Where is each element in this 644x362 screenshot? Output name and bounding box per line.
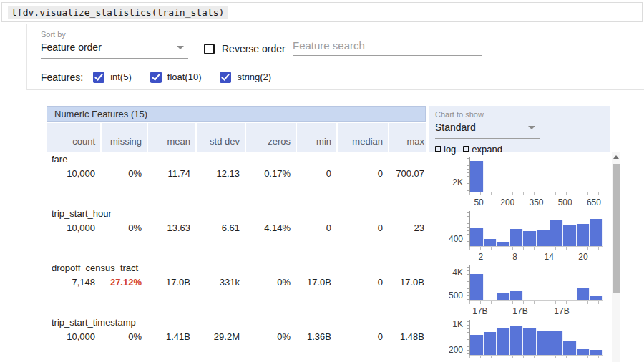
feature-filter-label: int(5) <box>110 72 132 82</box>
feature-filter-label: string(2) <box>237 72 271 82</box>
x-axis-label: 500 <box>558 197 572 207</box>
y-axis: 1K200 <box>429 320 469 356</box>
feature-name: dropoff_census_tract <box>47 260 426 273</box>
plot-area: 50200350500650 <box>469 157 603 206</box>
histogram-bar[interactable] <box>510 291 524 300</box>
histogram-bar[interactable] <box>563 225 577 246</box>
x-axis-labels: 17B17B17B <box>469 306 603 316</box>
histogram-bar[interactable] <box>470 335 484 355</box>
stat-value: 0 <box>336 222 388 233</box>
feature-stats: 10,0000%11.7412.130.17%00700.07 <box>47 168 426 179</box>
histogram-bar[interactable] <box>470 161 484 192</box>
stat-value: 10,000 <box>47 331 100 342</box>
table-rows: fare10,0000%11.7412.130.17%00700.07trip_… <box>47 152 426 362</box>
table-row: fare10,0000%11.7412.130.17%00700.07 <box>47 152 426 206</box>
feature-stats: 10,0000%1.41B29.2M0%1.36B01.48B <box>47 331 426 342</box>
stat-value: 0 <box>296 168 336 179</box>
numeric-features-table: Numeric Features (15) countmissingmeanst… <box>47 106 426 362</box>
histogram-plot <box>469 157 603 192</box>
code-cell[interactable]: tfdv.visualize_statistics(train_stats) <box>1 2 643 22</box>
feature-filter-float[interactable]: float(10) <box>150 72 202 83</box>
x-axis-label: 350 <box>529 197 543 207</box>
chart-to-show-select[interactable]: Chart to show Standard <box>435 110 540 139</box>
scrollbar-thumb[interactable] <box>613 164 620 293</box>
histogram-bar[interactable] <box>497 293 510 300</box>
reverse-order-toggle[interactable]: Reverse order <box>204 43 286 54</box>
feature-name: trip_start_timestamp <box>47 315 426 328</box>
histogram-bar[interactable] <box>550 331 564 355</box>
checkbox-checked-icon[interactable] <box>93 72 104 83</box>
histogram-bar[interactable] <box>537 230 550 246</box>
sort-by-select[interactable]: Sort by Feature order <box>41 30 188 59</box>
stat-value: 10,000 <box>47 222 100 233</box>
y-axis-label: 2K <box>452 177 463 187</box>
histogram-bar[interactable] <box>577 349 590 355</box>
stat-value: 12.13 <box>195 168 245 179</box>
charts-scrollbar[interactable] <box>612 152 620 362</box>
feature-stats: 10,0000%13.636.614.14%0023 <box>47 222 426 233</box>
sort-by-value: Feature order <box>41 41 102 53</box>
stat-value: 0% <box>245 277 296 288</box>
histogram-bar[interactable] <box>470 274 484 300</box>
stat-value: 0 <box>336 168 388 179</box>
histogram-bar[interactable] <box>577 288 590 300</box>
checkbox-checked-icon[interactable] <box>220 72 231 83</box>
plot-area: 17B17B17B <box>469 265 603 315</box>
column-header-zeros: zeros <box>245 123 296 152</box>
histogram-bar[interactable] <box>484 239 497 246</box>
y-axis: 400 <box>429 211 469 247</box>
column-header-std-dev: std dev <box>195 123 245 152</box>
x-axis-label: 200 <box>500 197 514 207</box>
stat-value: 1.48B <box>388 331 426 342</box>
column-header-min: min <box>296 123 336 152</box>
scroll-up-button[interactable] <box>612 152 620 162</box>
chart-to-show-value: Standard <box>435 122 476 133</box>
histogram-bar[interactable] <box>523 328 537 355</box>
histogram-plot <box>469 211 603 247</box>
y-axis-label: 200 <box>449 345 463 355</box>
histogram-bar[interactable] <box>577 224 590 246</box>
histogram-bar[interactable] <box>510 326 524 355</box>
code-text: tfdv.visualize_statistics(train_stats) <box>8 6 228 19</box>
stat-value: 0.17% <box>245 168 296 179</box>
feature-filter-int[interactable]: int(5) <box>93 72 132 83</box>
features-row: Features: int(5)float(10)string(2) <box>27 64 644 90</box>
x-axis-ticks <box>469 247 603 250</box>
histogram-bar[interactable] <box>563 341 577 355</box>
histogram-bar[interactable] <box>497 242 510 246</box>
histogram-bar[interactable] <box>497 328 510 355</box>
chart-to-show-label: Chart to show <box>435 110 540 119</box>
stat-value: 331k <box>195 277 245 288</box>
stat-value: 0 <box>296 222 336 233</box>
table-row: trip_start_timestamp10,0000%1.41B29.2M0%… <box>47 315 426 362</box>
table-row: trip_start_hour10,0000%13.636.614.14%002… <box>47 206 426 260</box>
table-title: Numeric Features (15) <box>47 106 426 122</box>
histogram-bar[interactable] <box>590 219 603 246</box>
x-axis-label: 650 <box>587 197 601 207</box>
column-header-median: median <box>336 123 388 152</box>
feature-search-input[interactable] <box>293 37 482 56</box>
histogram-bar[interactable] <box>523 231 537 246</box>
histogram-bar[interactable] <box>590 296 603 300</box>
stat-value: 17.0B <box>388 277 426 288</box>
stat-value: 13.63 <box>147 222 195 233</box>
reverse-order-checkbox[interactable] <box>204 44 215 54</box>
x-axis-label: 2 <box>479 252 484 262</box>
feature-filter-string[interactable]: string(2) <box>220 72 271 83</box>
x-axis-label: 50 <box>474 197 483 207</box>
sort-row: Sort by Feature order Reverse order <box>27 24 644 64</box>
plot-area: 281420 <box>469 211 603 260</box>
stat-value: 10,000 <box>47 168 100 179</box>
stat-value: 0% <box>245 331 296 342</box>
histogram-bar[interactable] <box>550 220 564 246</box>
histogram-bar[interactable] <box>484 332 497 355</box>
x-axis-label: 8 <box>512 252 517 262</box>
stat-value: 700.07 <box>388 168 426 179</box>
histogram-bar[interactable] <box>510 229 524 246</box>
checkbox-checked-icon[interactable] <box>150 72 162 83</box>
chevron-down-icon <box>528 126 535 129</box>
histogram-bar[interactable] <box>537 331 550 355</box>
x-axis-ticks <box>469 301 603 304</box>
histogram-bar[interactable] <box>590 350 603 355</box>
histogram-bar[interactable] <box>470 228 484 246</box>
